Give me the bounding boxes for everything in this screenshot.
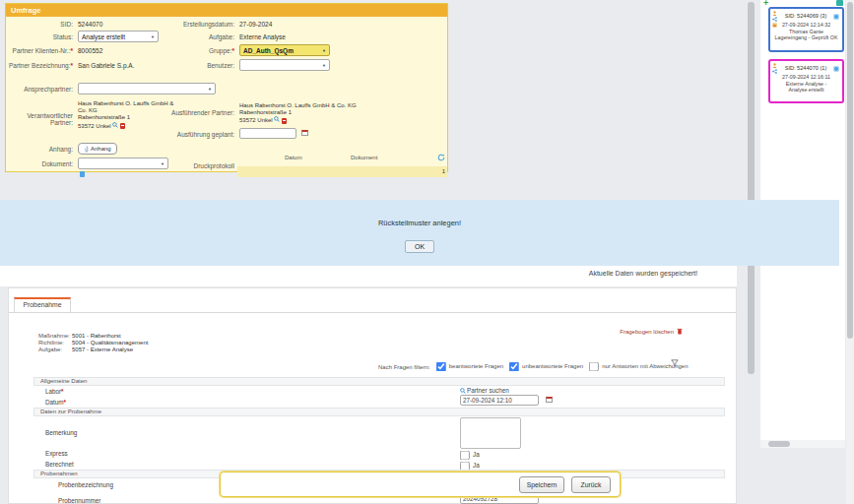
card-sid: SID: 5244070 (1) [780,65,831,71]
action-popup: Speichern Zurück [220,472,621,497]
sid-label: SID: [6,21,73,28]
sid-card-5244070[interactable]: SID: 5244070 (1) 27-09-2024 12:16:11 Ext… [768,59,844,103]
partner-nr-label: Partner Klienten-Nr.:* [6,47,73,54]
richtlinie-value: 5004 - Qualitätsmanagement [72,340,148,346]
gruppe-select[interactable]: AD_Auth_QsQm▼ [239,44,330,56]
aufgabe-label: Aufgabe: [124,33,234,40]
chevron-down-icon: ▼ [322,48,326,53]
share-icon [772,69,777,74]
chevron-down-icon: ▼ [208,87,212,92]
druckprotokoll-row[interactable]: 1 [237,166,447,177]
sidebar-vscrollbar [846,0,854,504]
massnahme-value: 5001 - Rabenhorst [72,333,121,339]
datum-input[interactable] [460,395,539,406]
aufgabe-value: Externe Analyse [239,33,286,40]
partner-bez-label: Partner Bezeichnung:* [6,62,73,69]
chevron-down-icon: ▼ [322,63,326,68]
filter-unanswered-checkbox[interactable] [509,362,519,372]
app-screen: Umfrage SID: 5244070 Erstellungsdatum: 2… [0,0,854,504]
calendar-icon[interactable] [301,130,308,136]
sid-value: 5244070 [78,21,102,28]
druck-col-dokument: Dokument [351,155,377,160]
share-icon [772,17,777,22]
ansprechpartner-select[interactable]: ▼ [78,83,216,94]
sid-card-5244069[interactable]: SID: 5244069 (3) 27-09-2024 12:14:32 Tho… [768,7,844,52]
person-icon [772,11,777,16]
section-allgemeine-daten: Allgemeine Daten [33,377,725,386]
delete-icon[interactable] [282,118,287,124]
box-icon [772,23,777,28]
richtlinie-label: Richtlinie: [38,340,64,346]
section-daten-zur-probenahme: Daten zur Probenahme [33,408,725,416]
druck-col-datum: Datum [285,155,302,160]
aufgabe-info-value: 5057 - Externe Analyse [72,346,133,352]
card-status: Lagereingang - Geprüft OK [770,34,842,41]
paperclip-icon [84,146,89,153]
partner-nr-value: 8000552 [78,47,102,54]
erstellungsdatum-label: Erstellungsdatum: [124,21,234,28]
partner-suchen-link[interactable]: Partner suchen [460,387,509,394]
sidebar-vscrollbar-thumb[interactable] [847,2,853,339]
verantwortlicher-label: Verantwortlicher Partner: [6,112,73,126]
delete-questionnaire-link[interactable]: Fragebogen löschen [620,328,683,335]
filter-row: Nach Fragen filtern: beantwortete Fragen… [378,360,689,373]
filter-funnel-icon[interactable] [671,359,679,367]
filter-label: Nach Fragen filtern: [378,364,430,370]
filter-answered-checkbox[interactable] [436,362,446,372]
bemerkung-textarea[interactable] [460,417,521,449]
labor-label: Labor* [45,388,64,395]
main-scrollbar-thumb[interactable] [748,2,755,374]
calendar-icon[interactable] [546,397,553,403]
druckprotokoll-label: Druckprotokoll [124,162,234,169]
ansprechpartner-label: Ansprechpartner: [6,86,73,93]
document-icon[interactable] [80,171,85,177]
express-label: Express [45,450,68,457]
dokument-label: Dokument: [6,160,73,167]
status-strip: Aktuelle Daten wurden gespeichert! [0,266,737,286]
delete-icon[interactable] [120,123,125,129]
benutzer-select[interactable]: ▼ [239,59,330,71]
sidebar-hscrollbar-thumb[interactable] [768,441,790,447]
massnahme-label: Maßnahme: [38,333,70,339]
erstellungsdatum-value: 27-09-2024 [239,21,272,28]
ausfuehrung-geplant-label: Ausführung geplant: [124,131,234,138]
search-icon[interactable] [274,116,280,122]
filter-answered[interactable]: beantwortete Fragen [436,360,503,373]
card-status: Externe Analyse - Analyse erstellt [770,81,842,94]
datum-label: Datum* [45,399,66,406]
survey-form: Umfrage SID: 5244070 Erstellungsdatum: 2… [5,3,448,172]
aufgabe-info-label: Aufgabe: [38,346,62,352]
ok-button[interactable]: OK [405,240,434,253]
modal-dialog: Rückstellmuster anlegen! OK [0,200,839,266]
modal-message: Rückstellmuster anlegen! [0,219,839,227]
trash-icon [677,328,683,335]
anhang-button[interactable]: Anhang [78,143,117,155]
refresh-icon[interactable] [437,154,445,161]
card-sid: SID: 5244069 (3) [780,13,831,19]
gruppe-label: Gruppe:* [124,47,234,54]
sidebar-hscrollbar [760,440,845,448]
zurueck-button[interactable]: Zurück [571,476,611,493]
tab-probenahme[interactable]: Probenahme [14,297,71,312]
search-icon[interactable] [112,122,118,128]
form-title: Umfrage [6,4,447,17]
add-icon[interactable]: + [763,0,768,8]
anhang-label: Anhang: [6,146,73,153]
person-icon [772,63,777,68]
info-circle-icon[interactable] [833,14,839,20]
ausfuehrender-value: Haus Rabenhorst O. Lauffs GmbH & Co. KG … [239,102,417,125]
probenbezeichnung-label: Probenbezeichnung [58,481,113,488]
benutzer-label: Benutzer: [124,62,234,69]
info-circle-icon[interactable] [833,66,839,72]
ausfuehrender-label: Ausführender Partner: [124,109,234,116]
ausfuehrung-geplant-input[interactable] [239,128,296,139]
speichern-button[interactable]: Speichern [519,476,564,493]
saved-message: Aktuelle Daten wurden gespeichert! [510,270,776,277]
berechnet-label: Berechnet [45,461,74,468]
probennummer-label: Probennummer [58,497,100,504]
probenahme-panel: Probenahme Maßnahme: 5001 - Rabenhorst R… [8,287,737,504]
filter-unanswered[interactable]: unbeantwortete Fragen [509,360,583,373]
express-checkbox[interactable] [460,451,470,461]
filter-deviations-checkbox[interactable] [589,362,599,372]
apps-icon[interactable] [836,0,843,6]
